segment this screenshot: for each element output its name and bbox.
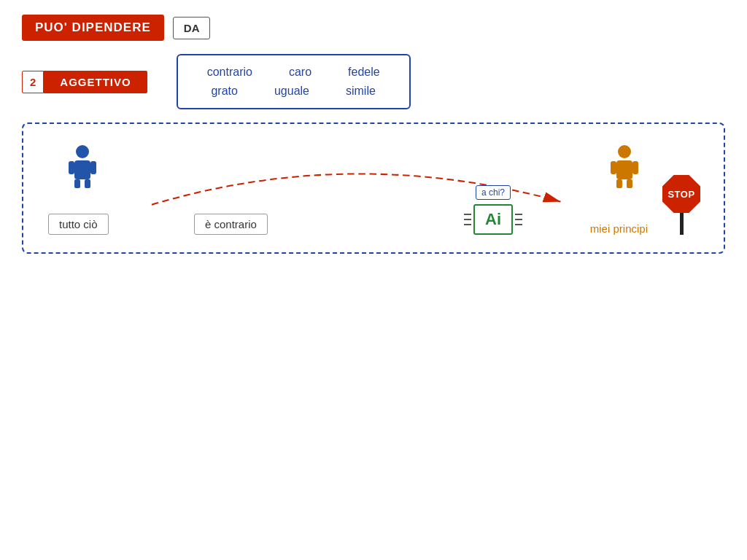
stop-group: STOP [662,175,700,235]
svg-rect-8 [616,160,632,179]
svg-rect-11 [611,161,616,174]
orange-person-icon [611,144,638,188]
h-line-right-3 [515,224,522,225]
blue-person-figure [69,144,96,191]
word-caro: caro [289,66,311,79]
stop-pole [680,213,684,235]
subject-group: tutto ciò [48,214,109,235]
lines-right [515,214,522,225]
svg-rect-5 [69,161,74,174]
orange-person-figure [611,144,638,191]
word-contrario: contrario [207,66,252,79]
puo-dipendere-badge: PUO' DIPENDERE [22,15,164,41]
svg-rect-9 [616,179,622,188]
object-label: miei principi [590,222,648,235]
h-line-left-2 [464,219,471,220]
arrow-svg [41,139,706,235]
svg-rect-12 [632,161,638,174]
svg-point-1 [76,145,89,158]
h-line-left-3 [464,224,471,225]
word-uguale: uguale [274,85,309,98]
diagram-box: tutto ciò è contrario a chi? Ai [22,122,725,254]
adjective-word-box: contrario caro fedele grato uguale simil… [177,54,411,109]
verb-group: è contrario [194,214,268,235]
lines-left [464,214,471,225]
number-badge: 2 [22,71,44,93]
word-simile: simile [346,85,376,98]
svg-rect-10 [627,179,632,188]
svg-point-7 [618,145,631,158]
ai-group: a chi? Ai [464,185,522,235]
h-line-right-1 [515,214,522,215]
a-chi-badge: a chi? [476,185,511,200]
svg-rect-4 [85,179,90,188]
subject-label: tutto ciò [48,214,109,235]
svg-rect-3 [74,179,80,188]
aggettivo-badge: AGGETTIVO [44,71,147,93]
da-badge: DA [173,17,211,39]
verb-label: è contrario [194,214,268,235]
word-fedele: fedele [348,66,380,79]
row2: 2 AGGETTIVO contrario caro fedele grato … [22,54,725,109]
stop-octagon: STOP [662,175,700,213]
word-grato: grato [211,85,237,98]
blue-person-icon [69,144,96,188]
orange-group: miei principi [590,222,648,235]
page: PUO' DIPENDERE DA 2 AGGETTIVO contrario … [0,0,747,560]
svg-rect-2 [74,160,90,179]
h-line-left-1 [464,214,471,215]
stop-label: STOP [667,189,694,200]
h-line-right-2 [515,219,522,220]
ai-box: Ai [473,204,513,235]
ai-box-wrapper: Ai [464,204,522,235]
svg-rect-6 [90,161,96,174]
row1: PUO' DIPENDERE DA [22,15,725,41]
word-row-2: grato uguale simile [211,85,375,98]
diagram-inner: tutto ciò è contrario a chi? Ai [41,139,706,235]
word-row-1: contrario caro fedele [207,66,380,79]
